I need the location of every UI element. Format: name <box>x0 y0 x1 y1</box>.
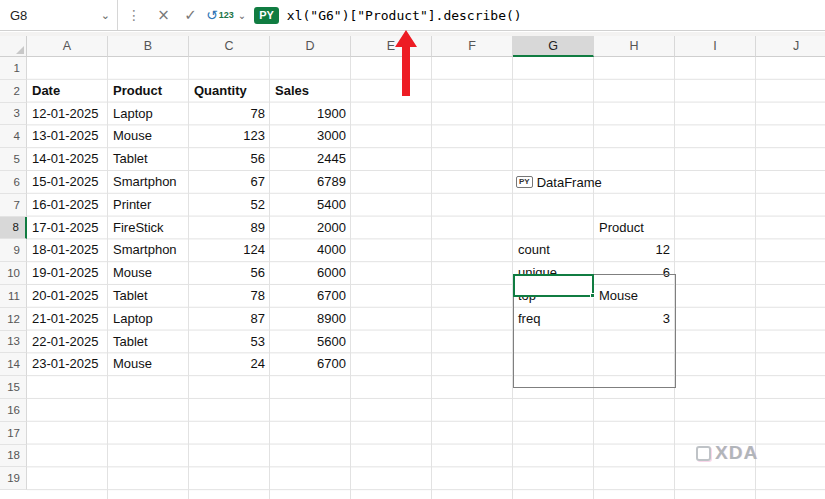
row-header[interactable]: 8 <box>0 217 27 240</box>
cell[interactable]: 6000 <box>270 262 351 285</box>
column-header[interactable]: E <box>351 36 432 57</box>
fill-handle[interactable] <box>590 293 595 298</box>
cell[interactable]: 2000 <box>270 217 351 240</box>
cell[interactable]: 14-01-2025 <box>27 148 108 171</box>
cell[interactable]: Sales <box>270 80 351 103</box>
row-header[interactable]: 6 <box>0 171 27 194</box>
cell[interactable]: 12-01-2025 <box>27 103 108 126</box>
cell[interactable]: 89 <box>189 217 270 240</box>
cell[interactable]: Date <box>27 80 108 103</box>
cell[interactable]: Printer <box>108 194 189 217</box>
cell[interactable]: 20-01-2025 <box>27 285 108 308</box>
column-header[interactable]: J <box>756 36 825 57</box>
name-box-chevron-icon[interactable]: ⌄ <box>101 9 110 22</box>
cell[interactable]: Tablet <box>108 285 189 308</box>
row-header[interactable]: 11 <box>0 285 27 308</box>
cell[interactable]: 78 <box>189 103 270 126</box>
cell[interactable]: 12 <box>594 239 675 262</box>
row-header[interactable]: 18 <box>0 445 27 468</box>
formula-bar: G8 ⌄ ⋮ × ✓ ↺ 123 ⌄ PY xl("G6")["Product"… <box>0 0 825 31</box>
row-header[interactable]: 12 <box>0 308 27 331</box>
cell[interactable]: 124 <box>189 239 270 262</box>
cell[interactable]: 6700 <box>270 285 351 308</box>
column-header[interactable]: H <box>594 36 675 57</box>
row-header[interactable]: 5 <box>0 148 27 171</box>
formula-bar-dots-icon[interactable]: ⋮ <box>118 7 150 23</box>
cell[interactable]: 5600 <box>270 331 351 354</box>
cell[interactable]: 6 <box>594 262 675 285</box>
row-header[interactable]: 7 <box>0 194 27 217</box>
dataframe-cell[interactable]: PY DataFrame <box>516 171 602 194</box>
row-header[interactable]: 3 <box>0 103 27 126</box>
cell[interactable]: 3 <box>594 308 675 331</box>
cell[interactable]: Mouse <box>108 125 189 148</box>
cancel-icon[interactable]: × <box>150 6 177 24</box>
cell[interactable]: 16-01-2025 <box>27 194 108 217</box>
cell[interactable]: Mouse <box>594 285 675 308</box>
cell[interactable]: 21-01-2025 <box>27 308 108 331</box>
cell[interactable]: 17-01-2025 <box>27 217 108 240</box>
cell[interactable]: Tablet <box>108 331 189 354</box>
row-header[interactable]: 2 <box>0 80 27 103</box>
cell[interactable]: 87 <box>189 308 270 331</box>
column-header[interactable]: A <box>27 36 108 57</box>
row-header[interactable]: 15 <box>0 376 27 399</box>
row-header[interactable]: 9 <box>0 239 27 262</box>
cell[interactable]: Laptop <box>108 308 189 331</box>
cell[interactable]: 53 <box>189 331 270 354</box>
cell[interactable]: 8900 <box>270 308 351 331</box>
cell[interactable]: 5400 <box>270 194 351 217</box>
cell[interactable]: 19-01-2025 <box>27 262 108 285</box>
cell[interactable]: Mouse <box>108 353 189 376</box>
cell[interactable]: Smartphon <box>108 171 189 194</box>
cell[interactable]: 67 <box>189 171 270 194</box>
cell[interactable]: 3000 <box>270 125 351 148</box>
column-header[interactable]: B <box>108 36 189 57</box>
cell[interactable]: 1900 <box>270 103 351 126</box>
cell[interactable]: 52 <box>189 194 270 217</box>
active-cell-selection[interactable] <box>513 274 594 297</box>
cell[interactable]: Mouse <box>108 262 189 285</box>
enter-icon[interactable]: ✓ <box>177 6 204 24</box>
cell[interactable]: 13-01-2025 <box>27 125 108 148</box>
cell[interactable]: 4000 <box>270 239 351 262</box>
column-header[interactable]: G <box>513 36 594 57</box>
row-header[interactable]: 10 <box>0 262 27 285</box>
cell[interactable]: freq <box>513 308 594 331</box>
output-type-selector[interactable]: ↺ 123 ⌄ <box>206 7 246 23</box>
cell[interactable]: FireStick <box>108 217 189 240</box>
row-header[interactable]: 13 <box>0 331 27 354</box>
cell[interactable]: Quantity <box>189 80 270 103</box>
row-header[interactable]: 14 <box>0 353 27 376</box>
cell[interactable]: 22-01-2025 <box>27 331 108 354</box>
cell[interactable]: Product <box>108 80 189 103</box>
row-header[interactable]: 4 <box>0 125 27 148</box>
cell[interactable]: 56 <box>189 262 270 285</box>
row-header[interactable]: 16 <box>0 399 27 422</box>
cell[interactable]: Tablet <box>108 148 189 171</box>
cell[interactable]: 18-01-2025 <box>27 239 108 262</box>
cell[interactable]: 2445 <box>270 148 351 171</box>
column-header[interactable]: F <box>432 36 513 57</box>
column-header[interactable]: D <box>270 36 351 57</box>
cell[interactable]: count <box>513 239 594 262</box>
name-box[interactable]: G8 ⌄ <box>0 0 118 30</box>
cell[interactable]: 23-01-2025 <box>27 353 108 376</box>
cell[interactable]: 6789 <box>270 171 351 194</box>
cell[interactable]: Laptop <box>108 103 189 126</box>
cell[interactable]: 24 <box>189 353 270 376</box>
row-header[interactable]: 19 <box>0 467 27 490</box>
cell[interactable]: 56 <box>189 148 270 171</box>
formula-input[interactable]: xl("G6")["Product"].describe() <box>287 8 522 23</box>
cell[interactable]: Smartphon <box>108 239 189 262</box>
cell[interactable]: 6700 <box>270 353 351 376</box>
cell[interactable]: Product <box>594 217 675 240</box>
cell[interactable]: 78 <box>189 285 270 308</box>
cell[interactable]: 123 <box>189 125 270 148</box>
select-all-corner[interactable] <box>0 36 27 57</box>
column-header[interactable]: I <box>675 36 756 57</box>
column-header[interactable]: C <box>189 36 270 57</box>
cell[interactable]: 15-01-2025 <box>27 171 108 194</box>
row-header[interactable]: 17 <box>0 422 27 445</box>
row-header[interactable]: 1 <box>0 57 27 80</box>
